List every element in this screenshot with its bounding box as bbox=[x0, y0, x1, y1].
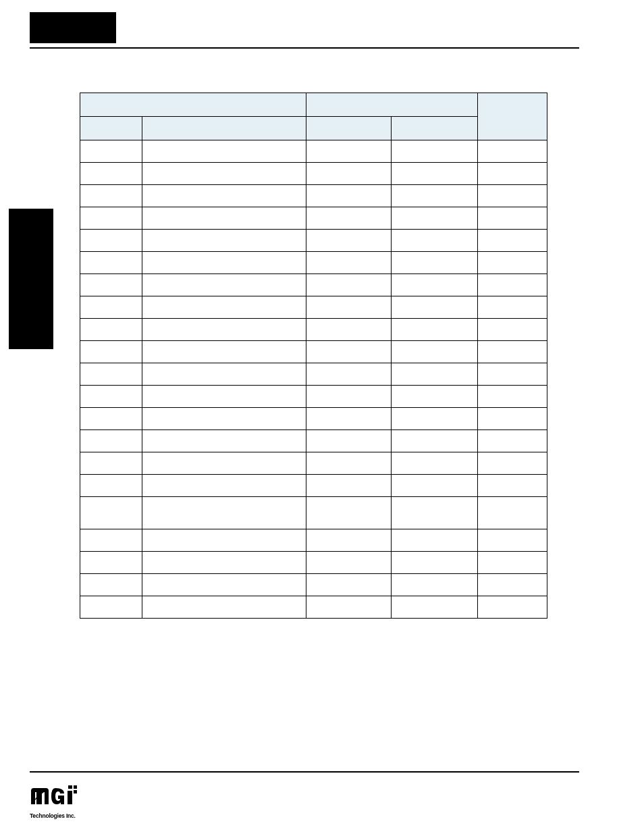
svg-rect-6 bbox=[68, 785, 72, 789]
table-cell bbox=[142, 296, 306, 319]
table-cell bbox=[142, 230, 306, 252]
table-cell bbox=[392, 386, 478, 408]
table-cell bbox=[80, 497, 142, 529]
table-cell bbox=[80, 274, 142, 296]
table-cell bbox=[478, 574, 547, 596]
table-cell bbox=[392, 552, 478, 574]
table-cell bbox=[306, 252, 392, 274]
table-row bbox=[80, 140, 547, 163]
table-row bbox=[80, 552, 547, 574]
table-row bbox=[80, 230, 547, 252]
svg-rect-4 bbox=[74, 785, 77, 789]
table-cell bbox=[142, 207, 306, 230]
table-header-last bbox=[478, 93, 547, 140]
table-row bbox=[80, 363, 547, 386]
table-cell bbox=[80, 596, 142, 619]
table-cell bbox=[392, 430, 478, 452]
table-cell bbox=[392, 596, 478, 619]
svg-rect-3 bbox=[68, 791, 72, 804]
table-cell bbox=[392, 497, 478, 529]
table-row bbox=[80, 452, 547, 475]
table-row bbox=[80, 430, 547, 452]
table-row bbox=[80, 529, 547, 552]
table-row bbox=[80, 341, 547, 363]
table-cell bbox=[306, 529, 392, 552]
table-cell bbox=[80, 386, 142, 408]
table-col-3 bbox=[392, 117, 478, 140]
table-cell bbox=[306, 363, 392, 386]
table-cell bbox=[80, 230, 142, 252]
table-cell bbox=[306, 207, 392, 230]
table-cell bbox=[392, 452, 478, 475]
table-cell bbox=[392, 185, 478, 207]
table-cell bbox=[392, 252, 478, 274]
header-rule bbox=[30, 47, 579, 49]
table-row bbox=[80, 207, 547, 230]
table-cell bbox=[306, 386, 392, 408]
brand-logo-sub: Technologies Inc. bbox=[30, 812, 85, 819]
header-block bbox=[30, 12, 116, 43]
table-cell bbox=[392, 296, 478, 319]
table-row bbox=[80, 408, 547, 430]
table-cell bbox=[478, 497, 547, 529]
table-cell bbox=[392, 230, 478, 252]
table-cell bbox=[478, 163, 547, 185]
table-cell bbox=[306, 140, 392, 163]
svg-rect-5 bbox=[74, 790, 77, 793]
table-cell bbox=[142, 163, 306, 185]
table-cell bbox=[306, 163, 392, 185]
table-col-1 bbox=[142, 117, 306, 140]
table-cell bbox=[306, 185, 392, 207]
table-cell bbox=[478, 296, 547, 319]
table-cell bbox=[80, 207, 142, 230]
table-cell bbox=[478, 529, 547, 552]
table-row bbox=[80, 274, 547, 296]
table-cell bbox=[142, 408, 306, 430]
table-cell bbox=[142, 386, 306, 408]
table-cell bbox=[478, 552, 547, 574]
table-cell bbox=[80, 475, 142, 497]
table-col-2 bbox=[306, 117, 392, 140]
table-cell bbox=[80, 140, 142, 163]
table-cell bbox=[478, 475, 547, 497]
table-cell bbox=[478, 430, 547, 452]
table-cell bbox=[306, 274, 392, 296]
table-cell bbox=[478, 207, 547, 230]
table-header-group-left bbox=[80, 93, 306, 117]
side-tab bbox=[9, 209, 53, 349]
table-cell bbox=[80, 363, 142, 386]
table-cell bbox=[142, 430, 306, 452]
table-cell bbox=[392, 163, 478, 185]
table-cell bbox=[142, 319, 306, 341]
table-cell bbox=[80, 252, 142, 274]
table-cell bbox=[80, 341, 142, 363]
table-row bbox=[80, 319, 547, 341]
table-cell bbox=[80, 408, 142, 430]
table-header-group-right bbox=[306, 93, 478, 117]
table-cell bbox=[142, 452, 306, 475]
table-cell bbox=[142, 363, 306, 386]
table-cell bbox=[478, 408, 547, 430]
table-cell bbox=[306, 552, 392, 574]
table-cell bbox=[478, 274, 547, 296]
table-cell bbox=[306, 596, 392, 619]
table-row bbox=[80, 386, 547, 408]
table-row bbox=[80, 185, 547, 207]
table-cell bbox=[306, 475, 392, 497]
table-cell bbox=[478, 230, 547, 252]
table-cell bbox=[142, 274, 306, 296]
table-cell bbox=[478, 596, 547, 619]
table-col-0 bbox=[80, 117, 142, 140]
table-cell bbox=[478, 452, 547, 475]
table-cell bbox=[306, 296, 392, 319]
table-cell bbox=[478, 185, 547, 207]
table-cell bbox=[478, 363, 547, 386]
table-cell bbox=[142, 529, 306, 552]
table-row bbox=[80, 296, 547, 319]
table-cell bbox=[80, 185, 142, 207]
table-cell bbox=[306, 430, 392, 452]
table-cell bbox=[392, 274, 478, 296]
table-cell bbox=[478, 252, 547, 274]
table-cell bbox=[306, 341, 392, 363]
table-cell bbox=[142, 140, 306, 163]
